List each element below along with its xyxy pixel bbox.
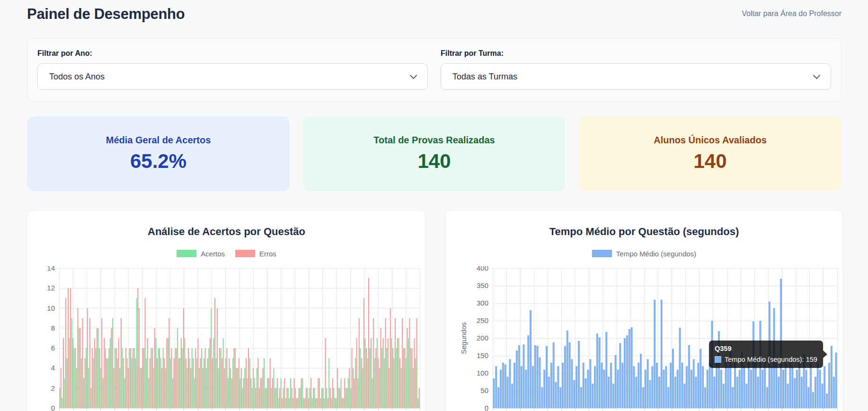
legend-item[interactable]: Tempo Médio (segundos) (592, 250, 696, 258)
filter-year-select[interactable]: Todos os Anos (37, 63, 428, 90)
tooltip-title: Q359 (715, 345, 817, 352)
svg-text:Segundos: Segundos (460, 322, 468, 354)
plot-tempo[interactable]: 050100150200250300350400Segundos (450, 266, 838, 411)
legend-label: Erros (259, 250, 276, 258)
chart-card-tempo: Tempo Médio por Questão (segundos) Tempo… (445, 210, 843, 411)
page-header: Painel de Desempenho Voltar para Área do… (27, 6, 841, 32)
tooltip-row: Tempo Médio (segundos): 159 (715, 356, 817, 363)
stat-card-total-exams: Total de Provas Realizadas 140 (303, 116, 566, 191)
filter-class-value: Todas as Turmas (452, 72, 517, 82)
chart-legend: AcertosErros (32, 249, 421, 258)
filter-class-label: Filtrar por Turma: (441, 49, 831, 58)
stat-card-average: Média Geral de Acertos 65.2% (27, 116, 290, 191)
legend-swatch (177, 250, 196, 257)
chevron-down-icon (813, 71, 821, 79)
stat-card-label: Total de Provas Realizadas (373, 135, 495, 146)
svg-text:0: 0 (485, 404, 488, 411)
chart-title: Tempo Médio por Questão (segundos) (450, 226, 838, 238)
filter-year-value: Todos os Anos (49, 72, 105, 82)
svg-text:300: 300 (477, 299, 488, 307)
filter-year-label: Filtrar por Ano: (37, 49, 428, 58)
tooltip-swatch (715, 356, 721, 363)
legend-label: Acertos (201, 250, 225, 258)
legend-label: Tempo Médio (segundos) (616, 250, 696, 258)
tooltip-caret-icon (823, 350, 827, 358)
stat-card-unique-students: Alunos Únicos Avaliados 140 (579, 116, 841, 191)
chart-card-acertos: Análise de Acertos por Questão AcertosEr… (27, 210, 426, 411)
legend-item[interactable]: Erros (235, 250, 276, 258)
stat-card-label: Alunos Únicos Avaliados (654, 135, 767, 146)
svg-text:50: 50 (480, 386, 488, 394)
page-title: Painel de Desempenho (27, 6, 185, 23)
stat-card-value: 65.2% (130, 150, 186, 173)
stat-cards: Média Geral de Acertos 65.2% Total de Pr… (27, 116, 841, 191)
svg-text:4: 4 (51, 364, 55, 372)
chart-section: Análise de Acertos por Questão AcertosEr… (27, 210, 841, 411)
svg-text:100: 100 (477, 369, 488, 377)
filter-panel: Filtrar por Ano: Todos os Anos Filtrar p… (27, 38, 841, 102)
filter-year: Filtrar por Ano: Todos os Anos (37, 49, 428, 91)
svg-text:14: 14 (47, 266, 55, 272)
chart-legend: Tempo Médio (segundos) (450, 249, 838, 258)
filter-class-select[interactable]: Todas as Turmas (441, 63, 831, 90)
svg-text:10: 10 (47, 304, 55, 312)
chevron-down-icon (410, 71, 417, 79)
svg-text:400: 400 (477, 266, 488, 272)
plot-acertos[interactable]: 02468101214 (32, 266, 421, 411)
filter-class: Filtrar por Turma: Todas as Turmas (441, 49, 831, 91)
chart-title: Análise de Acertos por Questão (32, 226, 421, 238)
svg-text:6: 6 (51, 344, 55, 352)
stat-card-label: Média Geral de Acertos (106, 135, 211, 146)
legend-swatch (592, 250, 612, 257)
svg-text:150: 150 (477, 351, 488, 359)
svg-text:0: 0 (51, 404, 55, 411)
stat-card-value: 140 (417, 150, 451, 173)
tooltip-label: Tempo Médio (segundos): 159 (725, 356, 817, 363)
stat-card-value: 140 (693, 150, 726, 173)
svg-text:2: 2 (51, 384, 55, 392)
dashboard-page: Painel de Desempenho Voltar para Área do… (0, 0, 868, 411)
legend-swatch (235, 250, 255, 257)
legend-item[interactable]: Acertos (177, 250, 225, 258)
back-link[interactable]: Voltar para Área do Professor (742, 9, 841, 18)
svg-text:350: 350 (477, 281, 488, 289)
svg-text:250: 250 (477, 316, 488, 324)
svg-text:8: 8 (51, 324, 55, 332)
chart-tooltip: Q359 Tempo Médio (segundos): 159 (709, 341, 823, 368)
svg-text:12: 12 (47, 284, 55, 292)
svg-text:200: 200 (477, 334, 488, 342)
